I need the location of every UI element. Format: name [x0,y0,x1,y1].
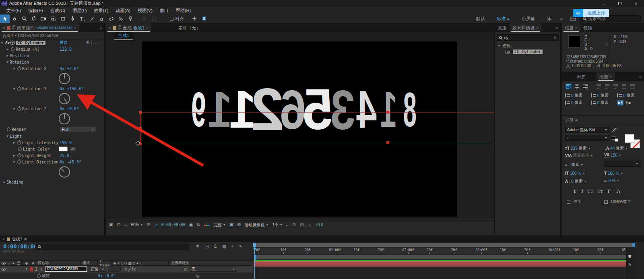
minimize-button[interactable]: – [596,0,612,7]
stopwatch-icon[interactable] [7,128,10,131]
menu-item[interactable]: 帮助(H) [173,8,194,14]
menu-item[interactable]: 图层(L) [69,8,90,14]
tab-audio[interactable]: 音频 [580,23,595,32]
region-of-interest-icon[interactable]: ▣ [229,222,233,227]
tsume-field[interactable]: ▱0 %▼ [604,178,619,183]
twirl-right-icon[interactable]: ► [6,48,10,51]
twirl-right-icon[interactable]: ► [12,141,16,145]
mask-visibility-icon[interactable]: ⊿ [154,222,158,227]
twirl-down-icon[interactable]: ▼ [0,41,4,45]
twirl-right-icon[interactable]: ► [6,54,10,58]
tracking-field[interactable]: VA156▼ [604,153,621,157]
timeline-track-area[interactable]: 0f10f20f01:00f10f20f02:00f10f20f03:00f10… [253,242,635,279]
take-snapshot-icon[interactable]: ◉ [189,222,193,227]
panel-menu-icon[interactable]: ≡ [24,237,27,242]
layer-switches[interactable]: ☀╱fx [124,267,136,271]
property-value[interactable]: 0x +0.0° [60,107,79,111]
lock-icon[interactable] [118,27,121,29]
twirl-down-icon[interactable]: ▼ [6,134,10,138]
source-name-column[interactable]: 源名称 [36,260,80,266]
selection-handle[interactable] [139,111,142,114]
menu-item[interactable]: 合成(C) [47,8,68,14]
leading-field[interactable]: ↕A44像素▼ [604,145,628,151]
close-tab-icon[interactable]: × [3,26,5,30]
tab-composition[interactable]: × 合成 合成1 ≡ [106,23,151,32]
menu-item[interactable]: 动画(A) [113,8,134,14]
faux-italic-button[interactable]: T [579,189,585,194]
eyedropper-icon[interactable] [69,147,76,151]
layer-name-input[interactable]: 123456789123456789 [45,267,87,272]
parent-dropdown[interactable]: 无▼ [190,267,237,272]
twirl-down-icon[interactable]: ▼ [6,60,10,64]
workspace-overflow[interactable]: » [560,16,563,21]
tab-wenban[interactable]: 文版 [495,23,510,32]
superscript-button[interactable]: T¹ [605,189,613,194]
subscript-button[interactable]: T₁ [614,189,622,194]
kerning-field[interactable]: V/A度量标准▼ [565,153,593,158]
panel-menu-icon[interactable]: ≡ [536,26,539,30]
parent-pickwhip-icon[interactable]: ◎ [184,267,188,271]
clear-search-icon[interactable]: × [554,35,556,40]
default-stroke-icon[interactable] [615,138,618,142]
font-family-dropdown[interactable]: Adobe 黑体 Std▼ [565,127,609,133]
first-line-indent-field[interactable]: 0像素 [617,93,641,98]
layer-duration-bar[interactable] [254,261,635,267]
stopwatch-icon[interactable] [17,67,21,70]
panel-menu-icon[interactable]: ≡ [575,26,578,30]
selection-tool[interactable] [0,14,10,23]
menu-item[interactable]: 窗口 [157,8,172,14]
align-left-button[interactable] [565,83,572,89]
comp-crumb[interactable]: 合成1 [114,32,133,40]
stopwatch-icon[interactable] [17,160,21,164]
motion-blur-icon[interactable]: ◐ [231,244,234,249]
clone-stamp-tool[interactable] [97,14,106,23]
close-tab-icon[interactable]: × [109,26,111,30]
workspace-tab[interactable]: 小屏幕 [516,16,541,22]
time-navigator[interactable] [254,243,635,247]
rtl-direction-button[interactable]: ¶◀ [625,100,631,105]
transparency-grid-icon[interactable]: ⊠ [237,222,241,227]
ligatures-toggle[interactable]: 连字 [567,199,582,205]
stroke-style-dropdown[interactable]: ▼ [604,161,640,167]
pen-tool[interactable] [68,14,77,23]
comp-marker-button-icon[interactable]: ✎ [628,262,632,267]
tab-effect-controls[interactable]: × 效果控件 123456789123456789 ≡ [0,23,79,32]
trkmat-dropdown[interactable] [108,267,121,272]
tab-character[interactable]: 字符 ≡ [562,116,580,124]
lock-icon[interactable] [12,27,15,29]
panel-overflow-icon[interactable]: » [637,72,644,81]
tab-info[interactable]: 信息 ≡ [562,23,580,32]
faux-bold-button[interactable]: T [572,189,578,194]
glasses-icon[interactable]: ∞ [124,223,128,227]
font-eyedropper-icon[interactable] [612,128,617,133]
blend-mode-dropdown[interactable]: 正常▼ [89,267,106,272]
show-snapshot-icon[interactable]: ⊡ [117,222,120,227]
layer-label-chip[interactable] [29,267,33,272]
align-right-button[interactable] [582,83,589,89]
fill-color-swatch[interactable] [625,134,634,143]
align-center-button[interactable] [574,83,580,89]
channel-icon[interactable] [204,223,210,227]
shy-icon[interactable]: ♙ [213,244,217,249]
property-value[interactable]: 0x +150.0° [60,87,84,91]
rotation-z-dial[interactable] [0,112,104,126]
panel-menu-icon[interactable]: ≡ [610,75,612,79]
stopwatch-icon[interactable] [17,107,21,111]
puppet-pin-tool[interactable] [126,14,135,23]
ligatures-checkbox[interactable] [567,200,570,204]
netdisk-upload-widget[interactable]: ∞ 拖拽上传 [573,9,609,17]
twirl-down-icon[interactable]: ▼ [12,87,16,91]
stroke-width-field[interactable]: ≡-像素▼ [565,162,583,167]
light-direction-dial[interactable] [0,165,104,179]
grid-blue-icon[interactable] [199,14,209,23]
hindi-digits-toggle[interactable]: 印地语数字 [604,199,631,205]
menu-item[interactable]: 文件(F) [3,8,24,14]
tab-paragraph[interactable]: 段落 ≡ [597,72,615,81]
navigator-end-handle[interactable] [632,243,635,247]
font-size-field[interactable]: тT239像素▼ [565,145,591,151]
workspace-tab[interactable]: 库 [541,16,557,22]
stopwatch-icon[interactable] [17,87,21,91]
stopwatch-icon[interactable] [37,274,41,278]
work-area-bar[interactable] [254,254,635,260]
twirl-down-icon[interactable]: ▼ [12,160,16,164]
